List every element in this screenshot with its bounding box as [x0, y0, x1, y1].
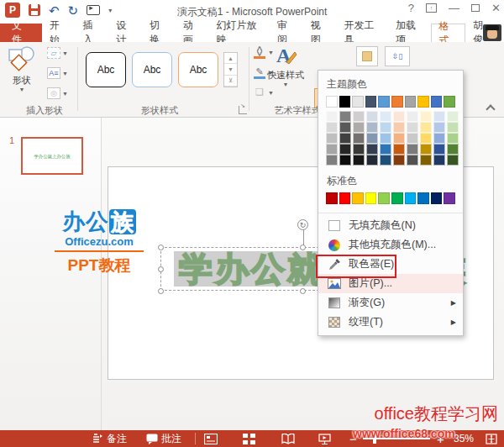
theme-color-swatch[interactable]	[326, 96, 338, 108]
theme-variant-swatch[interactable]	[380, 155, 391, 166]
ribbon-tab-home[interactable]: 开始	[42, 24, 76, 42]
shape-style-2[interactable]: Abc	[132, 52, 172, 87]
quick-styles-button[interactable]: A 快速样式 ▼	[267, 44, 304, 87]
theme-variant-swatch[interactable]	[420, 122, 432, 133]
theme-variant-swatch[interactable]	[366, 122, 378, 133]
minimize-icon[interactable]: —	[449, 2, 459, 14]
theme-variant-swatch[interactable]	[407, 144, 418, 155]
theme-variant-swatch[interactable]	[447, 111, 459, 122]
theme-variant-swatch[interactable]	[420, 155, 432, 166]
slide-thumbnail[interactable]: 学办公就上办公族	[21, 137, 83, 175]
theme-variant-swatch[interactable]	[420, 133, 432, 144]
theme-variant-swatch[interactable]	[339, 144, 351, 155]
handle-top-mid[interactable]	[300, 245, 306, 250]
gallery-down-icon[interactable]: ▼	[224, 64, 237, 75]
arrange-button[interactable]	[356, 46, 378, 66]
zoom-level[interactable]: 35%	[454, 430, 474, 447]
theme-color-swatch[interactable]	[352, 96, 364, 108]
theme-color-swatch[interactable]	[365, 96, 377, 108]
theme-variant-swatch[interactable]	[447, 122, 459, 133]
shapes-button[interactable]: 形状 ▼	[7, 45, 37, 92]
handle-bottom-left[interactable]	[158, 288, 164, 294]
standard-color-swatch[interactable]	[417, 192, 429, 204]
standard-color-swatch[interactable]	[405, 192, 417, 204]
theme-variant-swatch[interactable]	[380, 144, 391, 155]
theme-variant-swatch[interactable]	[393, 122, 405, 133]
ribbon-tab-slideshow[interactable]: 幻灯片放映	[209, 24, 270, 42]
theme-variant-swatch[interactable]	[393, 111, 405, 122]
theme-variant-swatch[interactable]	[433, 111, 445, 122]
shape-style-1[interactable]: Abc	[86, 52, 126, 87]
reading-view-button[interactable]	[281, 430, 295, 447]
theme-variant-swatch[interactable]	[366, 144, 378, 155]
menu-item-gradient[interactable]: 渐变(G) ▶	[318, 293, 463, 313]
maximize-icon[interactable]	[471, 4, 480, 12]
ribbon-tab-animations[interactable]: 动画	[176, 24, 209, 42]
slide-sorter-button[interactable]	[243, 430, 255, 447]
standard-color-swatch[interactable]	[326, 192, 338, 204]
rotation-handle[interactable]: ↻	[297, 219, 308, 230]
gallery-more-icon[interactable]: ⊻	[224, 76, 237, 87]
theme-variant-swatch[interactable]	[339, 122, 351, 133]
theme-variant-swatch[interactable]	[420, 144, 432, 155]
theme-variant-swatch[interactable]	[326, 144, 338, 155]
comments-button[interactable]: 批注	[146, 430, 181, 447]
ribbon-tab-insert[interactable]: 插入	[76, 24, 109, 42]
theme-variant-swatch[interactable]	[326, 111, 338, 122]
ribbon-display-options-icon[interactable]: ↑	[426, 3, 437, 13]
theme-variant-swatch[interactable]	[353, 122, 365, 133]
theme-variant-swatch[interactable]	[366, 111, 378, 122]
menu-item-texture[interactable]: 纹理(T) ▶	[318, 313, 463, 332]
standard-color-swatch[interactable]	[378, 192, 390, 204]
standard-color-swatch[interactable]	[431, 192, 443, 204]
theme-variant-swatch[interactable]	[420, 111, 432, 122]
theme-color-swatch[interactable]	[378, 96, 390, 108]
standard-color-swatch[interactable]	[339, 192, 351, 204]
close-icon[interactable]: ✕	[491, 2, 501, 14]
ribbon-tab-file[interactable]: 文件	[0, 24, 42, 42]
user-avatar[interactable]	[483, 24, 501, 41]
menu-item-eyedropper[interactable]: 取色器(E)	[318, 255, 463, 274]
notes-button[interactable]: 备注	[92, 430, 127, 447]
theme-variant-swatch[interactable]	[326, 122, 338, 133]
merge-shapes-button[interactable]: ◎▼	[47, 87, 68, 99]
theme-variant-swatch[interactable]	[353, 155, 365, 166]
theme-variant-swatch[interactable]	[380, 133, 391, 144]
normal-view-button[interactable]	[204, 430, 218, 447]
ribbon-tab-view[interactable]: 视图	[303, 24, 337, 42]
theme-color-swatch[interactable]	[391, 96, 403, 108]
theme-variant-swatch[interactable]	[393, 133, 405, 144]
ribbon-tab-addins[interactable]: 加载项	[388, 24, 431, 42]
shape-styles-dialog-launcher-icon[interactable]	[239, 106, 247, 114]
standard-color-swatch[interactable]	[391, 192, 403, 204]
theme-variant-swatch[interactable]	[407, 133, 418, 144]
shape-style-3[interactable]: Abc	[178, 52, 218, 87]
theme-variant-swatch[interactable]	[380, 122, 391, 133]
theme-variant-swatch[interactable]	[407, 122, 418, 133]
theme-variant-swatch[interactable]	[433, 133, 445, 144]
theme-variant-swatch[interactable]	[339, 111, 351, 122]
theme-variant-swatch[interactable]	[433, 155, 445, 166]
theme-variant-swatch[interactable]	[353, 133, 365, 144]
gallery-up-icon[interactable]: ▲	[224, 53, 237, 64]
theme-color-swatch[interactable]	[339, 96, 351, 108]
theme-variant-swatch[interactable]	[407, 155, 418, 166]
text-box-button[interactable]: A≡▼	[47, 67, 68, 79]
theme-variant-swatch[interactable]	[407, 111, 418, 122]
fit-to-window-button[interactable]	[486, 430, 497, 447]
theme-variant-swatch[interactable]	[353, 144, 365, 155]
theme-variant-swatch[interactable]	[447, 133, 459, 144]
theme-variant-swatch[interactable]	[433, 144, 445, 155]
theme-variant-swatch[interactable]	[353, 111, 365, 122]
collapse-ribbon-icon[interactable]	[486, 104, 495, 113]
theme-variant-swatch[interactable]	[326, 133, 338, 144]
menu-item-no-fill[interactable]: 无填充颜色(N)	[318, 216, 463, 235]
shape-effects-button[interactable]: ❑▼	[254, 87, 274, 98]
theme-variant-swatch[interactable]	[393, 155, 405, 166]
ribbon-tab-review[interactable]: 审阅	[270, 24, 303, 42]
standard-color-swatch[interactable]	[365, 192, 377, 204]
edit-shape-button[interactable]: ▱▼	[47, 47, 68, 59]
handle-mid-left[interactable]	[158, 266, 164, 272]
size-button[interactable]: ⇳▯	[385, 46, 410, 66]
ribbon-tab-developer[interactable]: 开发工具	[336, 24, 388, 42]
